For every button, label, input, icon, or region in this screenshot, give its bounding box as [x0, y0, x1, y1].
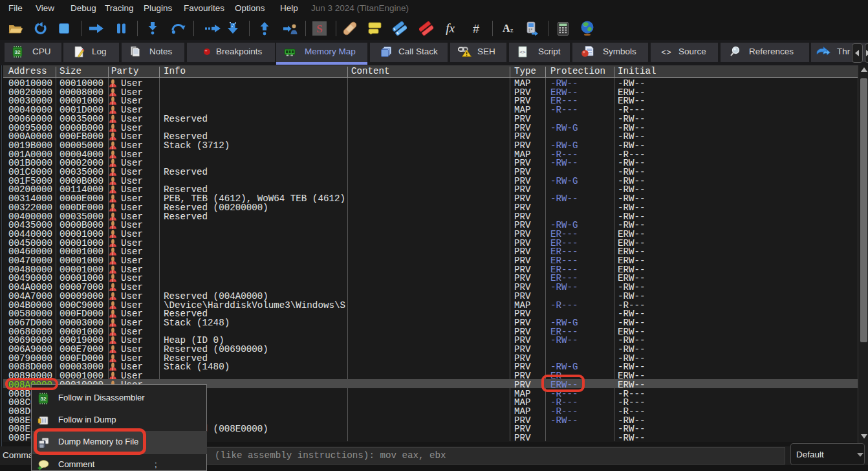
svg-text:fx: fx	[446, 22, 455, 35]
svg-text:32: 32	[15, 49, 21, 55]
svg-text:<>: <>	[661, 48, 671, 58]
svg-text:z: z	[510, 27, 514, 34]
svg-text:32: 32	[41, 396, 47, 402]
svg-text:S: S	[316, 23, 322, 35]
svg-text:<>: <>	[519, 49, 526, 55]
svg-text:#: #	[473, 23, 479, 36]
svg-text:A: A	[503, 23, 510, 34]
